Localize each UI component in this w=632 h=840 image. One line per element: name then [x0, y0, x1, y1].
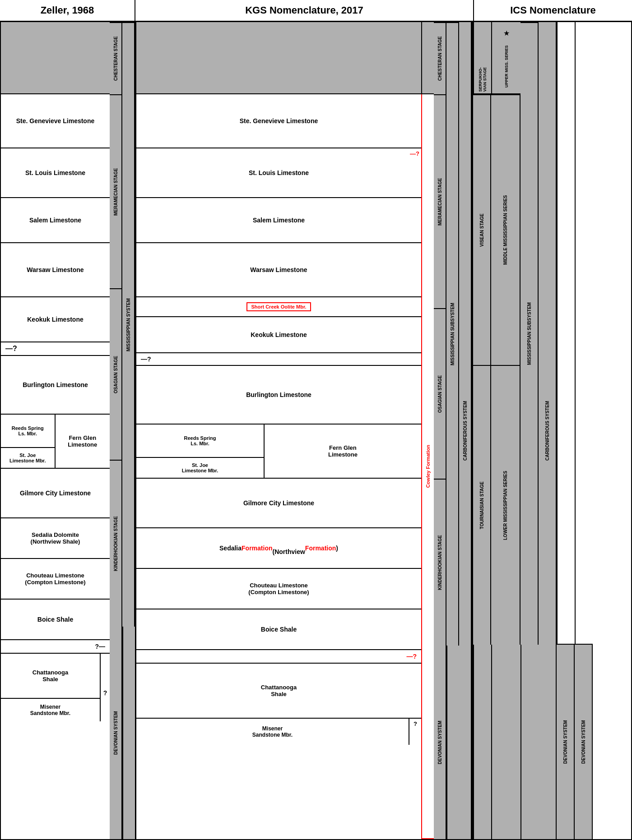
zeller-devonian-row: ChattanoogaShale MisenerSandstone Mbr. ?: [1, 654, 110, 721]
kgs-section: Ste. Genevieve Limestone St. Louis Limes…: [136, 22, 473, 839]
zeller-gilmore: Gilmore City Limestone: [1, 469, 110, 518]
kgs-carboniferous-system: CARBONIFEROUS SYSTEM: [459, 22, 472, 839]
ics-lower-miss-series: LOWER MISSISSIPPIAN SERIES: [491, 365, 520, 645]
zeller-chesteran-empty: [1, 22, 110, 94]
zeller-inner: Ste. Genevieve Limestone St. Louis Limes…: [1, 22, 135, 839]
chart-body: Ste. Genevieve Limestone St. Louis Limes…: [0, 22, 632, 840]
kgs-chattanooga: ChattanoogaShale: [136, 664, 421, 719]
kgs-question2: —?: [136, 650, 421, 664]
kgs-reeds-fern-row: Reeds SpringLs. Mbr. St. JoeLimestone Mb…: [136, 425, 421, 479]
zeller-chattanooga-col: ChattanoogaShale MisenerSandstone Mbr.: [1, 654, 101, 721]
kgs-stages-col: CHESTERAN STAGE MERAMECIAN STAGE OSAGIAN…: [434, 22, 446, 839]
chart-container: Zeller, 1968 KGS Nomenclature, 2017 ICS …: [0, 0, 632, 840]
kgs-stage-kinderhookian: KINDERHOOKIAN STAGE: [434, 479, 446, 646]
kgs-cowley-gray-top: [421, 22, 434, 94]
headers-row: Zeller, 1968 KGS Nomenclature, 2017 ICS …: [0, 0, 632, 22]
zeller-bottom: ?— ChattanoogaShale MisenerSandstone Mbr…: [1, 640, 110, 721]
kgs-cowley-col: Cowley Formation: [421, 22, 434, 839]
ics-devonian-extra: DEVONIAN SYSTEM: [575, 645, 593, 839]
kgs-devonian-section: ChattanoogaShale MisenerSandstone Mbr. ?: [136, 664, 421, 745]
zeller-boice: Boice Shale: [1, 600, 110, 640]
kgs-stage-meramecian: MERAMECIAN STAGE: [434, 94, 446, 308]
ics-devonian-system-right: DEVONIAN SYSTEM: [557, 645, 575, 839]
kgs-salem: Salem Limestone: [136, 198, 421, 243]
zeller-stage-kinderhookian: KINDERHOOKIAN STAGE: [110, 460, 122, 627]
zeller-chattanooga: ChattanoogaShale: [1, 654, 101, 699]
zeller-sedalia: Sedalia Dolomite(Northview Shale): [1, 518, 110, 559]
kgs-gilmore: Gilmore City Limestone: [136, 479, 421, 528]
zeller-stage-chesteran: CHESTERAN STAGE: [110, 22, 122, 94]
kgs-short-creek-box: Short Creek Oolite Mbr.: [246, 302, 311, 311]
ics-lower-devonian: [491, 645, 520, 839]
kgs-keokuk: Keokuk Limestone: [136, 317, 421, 353]
star-icon: ★: [503, 29, 510, 37]
kgs-sedalia: Sedalia Formation(Northview Formation): [136, 528, 421, 569]
kgs-short-creek-row: Short Creek Oolite Mbr.: [136, 297, 421, 317]
header-zeller: Zeller, 1968: [0, 0, 135, 21]
zeller-content: Ste. Genevieve Limestone St. Louis Limes…: [1, 22, 135, 839]
header-kgs: KGS Nomenclature, 2017: [135, 0, 474, 21]
zeller-stage-devonian: DEVONIAN SYSTEM: [110, 627, 122, 839]
zeller-mississippian-system: MISSISSIPPIAN SYSTEM: [122, 22, 135, 627]
kgs-q5: ?: [409, 719, 421, 745]
zeller-salem: Salem Limestone: [1, 198, 110, 243]
kgs-chesteran-top: [136, 22, 421, 94]
kgs-st-louis: St. Louis Limestone —?: [136, 148, 421, 198]
ics-carboniferous-col: CARBONIFEROUS SYSTEM: [539, 22, 557, 839]
zeller-keokuk: Keokuk Limestone: [1, 297, 110, 342]
header-ics: ICS Nomenclature: [474, 0, 632, 21]
kgs-carboniferous-col: CARBONIFEROUS SYSTEM: [459, 22, 472, 839]
kgs-warsaw: Warsaw Limestone: [136, 243, 421, 297]
kgs-stage-osagian: OSAGIAN STAGE: [434, 308, 446, 479]
zeller-reeds-fern-row: Reeds SpringLs. Mbr. St. JoeLimestone Mb…: [1, 415, 110, 469]
zeller-reeds-spring: Reeds SpringLs. Mbr.: [1, 415, 55, 448]
ics-stage1-col: SERPUKHO-VIAN STAGE VISEAN STAGE TOURNAI…: [473, 22, 491, 839]
ics-stage-tournaisian: TOURNAISIAN STAGE: [473, 365, 491, 645]
kgs-ste-genevieve: Ste. Genevieve Limestone: [136, 94, 421, 148]
zeller-question2: ?—: [1, 640, 110, 654]
zeller-miss-system-col: MISSISSIPPIAN SYSTEM: [122, 22, 135, 839]
zeller-stages: CHESTERAN STAGE MERAMECIAN STAGE OSAGIAN…: [110, 22, 122, 839]
ics-upper-miss-series-label: UPPER MISS. SERIES: [504, 39, 509, 93]
ics-devonian-far-col: DEVONIAN SYSTEM: [557, 22, 575, 839]
ics-series-col: ★ UPPER MISS. SERIES MIDDLE MISSISSIPPIA…: [491, 22, 520, 839]
ics-devonian-sys: [520, 645, 539, 839]
ics-serpukhovian-area: SERPUKHO-VIAN STAGE: [473, 22, 491, 94]
ics-upper-miss-area: ★ UPPER MISS. SERIES: [491, 22, 520, 94]
zeller-st-louis: St. Louis Limestone: [1, 148, 110, 198]
ics-carboniferous-top: [557, 22, 575, 645]
kgs-chouteau: Chouteau Limestone(Compton Limestone): [136, 569, 421, 609]
ics-stage-serpukhovian: SERPUKHO-VIAN STAGE: [478, 67, 487, 92]
zeller-formations: Ste. Genevieve Limestone St. Louis Limes…: [1, 22, 110, 839]
kgs-burlington: Burlington Limestone: [136, 366, 421, 425]
zeller-chouteau: Chouteau Limestone(Compton Limestone): [1, 559, 110, 600]
ics-devonian-extra-col: DEVONIAN SYSTEM: [575, 22, 593, 839]
kgs-cowley-label: Cowley Formation: [425, 445, 431, 488]
kgs-reeds-col: Reeds SpringLs. Mbr. St. JoeLimestone Mb…: [136, 425, 265, 478]
ics-carboniferous-system: CARBONIFEROUS SYSTEM: [539, 22, 557, 839]
kgs-miss-sub-col: MISSISSIPPIAN SUBSYSTEM: [446, 22, 459, 839]
zeller-reeds-col: Reeds SpringLs. Mbr. St. JoeLimestone Mb…: [1, 415, 56, 468]
zeller-burlington: Burlington Limestone: [1, 356, 110, 415]
kgs-formations: Ste. Genevieve Limestone St. Louis Limes…: [136, 22, 421, 839]
kgs-cowley-span: Cowley Formation: [421, 94, 434, 839]
ics-devonian-col: [473, 645, 491, 839]
ics-section: SERPUKHO-VIAN STAGE VISEAN STAGE TOURNAI…: [473, 22, 631, 839]
ics-empty-top: [575, 22, 593, 645]
zeller-fern-glen: Fern GlenLimestone: [56, 415, 110, 468]
kgs-bottom-row: MisenerSandstone Mbr. ?: [136, 719, 421, 745]
ics-star-row: ★: [503, 29, 510, 37]
zeller-stage-meramecian: MERAMECIAN STAGE: [110, 94, 122, 288]
zeller-section: Ste. Genevieve Limestone St. Louis Limes…: [1, 22, 136, 839]
kgs-stage-chesteran: CHESTERAN STAGE: [434, 22, 446, 94]
ics-miss-sub-col: MISSISSIPPIAN SUBSYSTEM: [520, 22, 539, 839]
ics-stage-visean: VISEAN STAGE: [473, 94, 491, 365]
kgs-question: —?: [136, 353, 421, 366]
zeller-q3: ?: [101, 654, 110, 721]
zeller-st-joe: St. JoeLimestone Mbr.: [1, 448, 55, 468]
kgs-reeds-spring: Reeds SpringLs. Mbr.: [136, 425, 264, 458]
zeller-devonian-system-col: [122, 627, 135, 839]
ics-middle-miss-series: MIDDLE MISSISSIPPIAN SERIES: [491, 94, 520, 365]
kgs-fern-glen: Fern GlenLimestone: [265, 425, 421, 478]
zeller-warsaw: Warsaw Limestone: [1, 243, 110, 297]
